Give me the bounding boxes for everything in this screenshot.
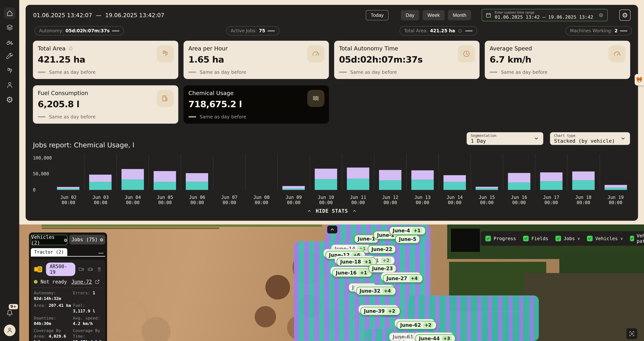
chart-day-slot[interactable] (600, 154, 632, 190)
field-map[interactable]: ProgressFieldsJobs∨Vehicles∨Vehicle path… (19, 225, 644, 341)
bar-segment-teal[interactable] (315, 179, 337, 190)
chart-day-slot[interactable] (406, 154, 438, 190)
bar-segment-lavender[interactable] (186, 173, 208, 182)
bar-segment-lavender[interactable] (379, 170, 402, 180)
bar-segment-teal[interactable] (282, 189, 305, 190)
chart-day-slot[interactable] (116, 154, 148, 190)
job-label-pill[interactable]: June-23 (368, 264, 396, 273)
bar-segment-lavender[interactable] (57, 187, 80, 189)
total-area-chip[interactable]: Total Area: 421.25 ha (400, 26, 477, 35)
bar-segment-teal[interactable] (154, 182, 176, 190)
job-label-pill[interactable]: June-44+3 (415, 334, 455, 341)
sidebar-item-users[interactable] (4, 79, 16, 91)
sidebar-item-home[interactable] (4, 7, 16, 19)
user-avatar[interactable] (4, 325, 16, 336)
layer-toggle-jobs[interactable]: Jobs∨ (556, 236, 580, 241)
chart-day-slot[interactable] (310, 154, 342, 190)
checkbox-checked-icon[interactable] (587, 236, 592, 241)
chevron-down-icon[interactable]: ∨ (578, 236, 580, 241)
month-button[interactable]: Month (448, 10, 471, 20)
bar-segment-teal[interactable] (89, 182, 112, 190)
tab-jobs[interactable]: Jobs (75) ⚙ (69, 235, 105, 245)
bar-segment-lavender[interactable] (604, 185, 627, 188)
job-label-pill[interactable]: June-5 (395, 235, 420, 244)
chart-day-slot[interactable] (52, 154, 84, 190)
bar-segment-lavender[interactable] (540, 172, 562, 181)
bar-segment-teal[interactable] (57, 189, 80, 190)
bar-segment-lavender[interactable] (444, 175, 466, 182)
layer-toggle-progress[interactable]: Progress (485, 236, 516, 241)
bar-segment-teal[interactable] (186, 182, 208, 190)
bar-segment-teal[interactable] (540, 181, 562, 190)
bar-segment-lavender[interactable] (282, 186, 305, 189)
layer-toggle-vehicles[interactable]: Vehicles∨ (587, 236, 623, 241)
chart-day-slot[interactable] (470, 154, 503, 190)
notifications-button[interactable]: 9+ (6, 309, 14, 317)
locate-vehicle-icon[interactable] (96, 266, 102, 272)
bar-segment-teal[interactable] (347, 179, 369, 190)
job-label-pill[interactable]: June-62+2 (396, 321, 436, 330)
day-button[interactable]: Day (401, 10, 419, 20)
today-button[interactable]: Today (366, 10, 388, 20)
job-label-pill[interactable]: June-16+1 (332, 269, 372, 277)
bar-segment-lavender[interactable] (572, 171, 595, 180)
chart-type-select[interactable]: Chart type Stacked (by vehicle) (550, 132, 630, 145)
bar-segment-teal[interactable] (572, 180, 595, 190)
bar-segment-lavender[interactable] (508, 173, 530, 182)
chart-day-slot[interactable] (503, 154, 535, 190)
clear-range-icon[interactable] (598, 12, 604, 18)
chart-day-slot[interactable] (342, 154, 374, 190)
job-label-pill[interactable]: June-32+4 (356, 287, 396, 295)
bar-segment-teal[interactable] (379, 180, 402, 190)
tractor-group-tab[interactable]: Tractor (2) (31, 248, 67, 256)
chevron-down-icon[interactable]: ∨ (620, 236, 623, 241)
chart-day-slot[interactable] (181, 154, 213, 190)
checkbox-checked-icon[interactable] (630, 236, 634, 241)
sidebar-item-crops[interactable] (4, 65, 16, 76)
job-label-pill[interactable]: June-27+4 (383, 274, 423, 283)
chart-day-slot[interactable] (148, 154, 181, 190)
chart-day-slot[interactable] (84, 154, 116, 190)
gamepad-icon[interactable] (87, 266, 93, 272)
job-link[interactable]: June-72 (72, 279, 92, 285)
tab-vehicles[interactable]: Vehicles (2) ⚙ (31, 235, 68, 245)
chart-day-slot[interactable] (213, 154, 245, 190)
sidebar-item-fields[interactable] (4, 22, 16, 33)
bar-segment-lavender[interactable] (122, 169, 144, 179)
gear-icon[interactable]: ⚙ (100, 237, 103, 243)
chart-day-slot[interactable] (245, 154, 277, 190)
checkbox-checked-icon[interactable] (556, 236, 561, 241)
bar-segment-teal[interactable] (508, 182, 530, 190)
map-collapse-button[interactable] (327, 226, 337, 233)
week-button[interactable]: Week (422, 10, 444, 20)
bar-segment-teal[interactable] (411, 180, 434, 190)
bar-segment-teal[interactable] (444, 182, 466, 190)
chart-day-slot[interactable] (438, 154, 470, 190)
vehicle-card[interactable]: AR500-19 Not ready June-72 Autonomy: 02d… (31, 260, 105, 341)
autonomy-chip[interactable]: Autonomy: 05d:02h:07m:37s (34, 26, 124, 35)
minimize-group-button[interactable]: — (96, 250, 105, 256)
info-icon[interactable] (68, 46, 74, 51)
bar-segment-teal[interactable] (604, 188, 627, 190)
chart-day-slot[interactable] (277, 154, 310, 190)
hide-stats-button[interactable]: HIDE STATS (307, 208, 357, 214)
bar-segment-lavender[interactable] (411, 170, 434, 180)
chart-day-slot[interactable] (374, 154, 406, 190)
bar-segment-teal[interactable] (122, 179, 144, 190)
bar-segment-lavender[interactable] (315, 169, 337, 179)
bar-segment-lavender[interactable] (154, 171, 176, 182)
camera-icon[interactable] (78, 266, 84, 272)
job-label-pill[interactable]: June-22 (368, 245, 396, 254)
checkbox-checked-icon[interactable] (523, 236, 529, 241)
job-label-pill[interactable]: June-39+2 (360, 307, 400, 316)
bar-segment-lavender[interactable] (347, 168, 369, 179)
map-screenshot-button[interactable] (626, 328, 637, 339)
bar-segment-teal[interactable] (476, 188, 498, 190)
chart-day-slot[interactable] (567, 154, 599, 190)
segmentation-select[interactable]: Segmentation 1 Day (467, 132, 543, 145)
bar-segment-lavender[interactable] (476, 187, 498, 188)
bar-segment-lavender[interactable] (89, 175, 112, 182)
job-label-pill[interactable]: June-4+1 (389, 226, 426, 235)
layer-toggle-vehicle-path[interactable]: Vehicle path∨ (630, 233, 644, 244)
custom-range-input[interactable]: Enter custom time range 01.06.2025 13:42… (482, 9, 608, 21)
